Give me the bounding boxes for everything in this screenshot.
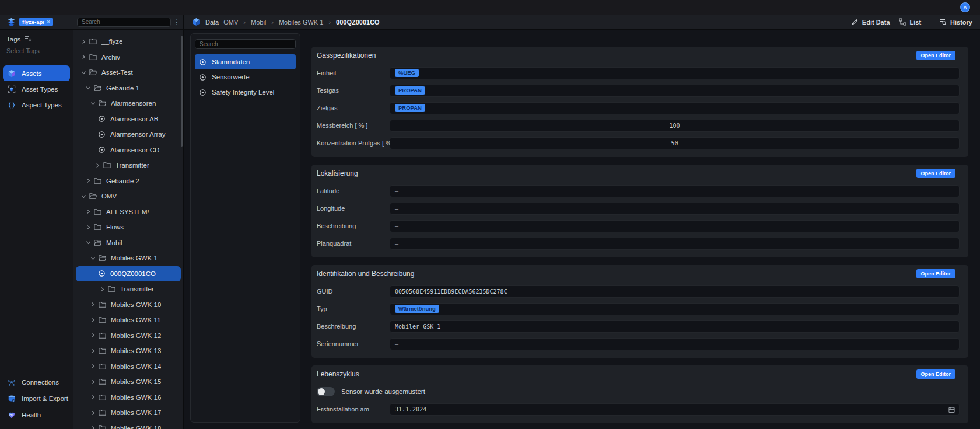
tree-item[interactable]: Asset-Test: [74, 65, 183, 81]
field-input[interactable]: 50: [390, 137, 960, 149]
open-editor-button[interactable]: Open Editor: [916, 169, 956, 178]
chevron-right-icon[interactable]: [86, 178, 94, 183]
open-editor-button[interactable]: Open Editor: [916, 51, 956, 60]
tree-item[interactable]: OMV: [74, 189, 183, 204]
tree-search-input[interactable]: [77, 18, 171, 27]
tree-item[interactable]: Mobiles GWK 16: [74, 390, 183, 406]
value-chip: PROPAN: [395, 104, 425, 113]
chevron-down-icon[interactable]: [81, 70, 89, 75]
field-input[interactable]: PROPAN: [390, 85, 960, 97]
chevron-right-icon[interactable]: [90, 425, 99, 429]
tree-item[interactable]: Archiv: [74, 50, 183, 65]
workspace-chip[interactable]: flyze-api ×: [19, 18, 53, 26]
sidebar-item-aspect-types[interactable]: Aspect Types: [3, 97, 70, 113]
field-input[interactable]: –: [390, 185, 960, 197]
field-input[interactable]: 0050568E45911EDB9ECDA56235DC278C: [390, 285, 960, 298]
chevron-right-icon[interactable]: [90, 333, 99, 338]
aspect-item[interactable]: Sensorwerte: [195, 69, 296, 85]
tree-item-label: Alarmsensor Array: [110, 131, 166, 138]
app-logo-icon: [6, 18, 16, 27]
field-label: Seriennummer: [317, 340, 390, 347]
select-tags[interactable]: Select Tags: [0, 43, 73, 61]
field-input[interactable]: –: [390, 220, 960, 232]
chevron-down-icon[interactable]: [90, 256, 99, 261]
chevron-right-icon[interactable]: [86, 225, 94, 230]
tree-item[interactable]: Transmitter: [74, 158, 183, 173]
edit-data-button[interactable]: Edit Data: [852, 19, 890, 26]
tree-item[interactable]: Alarmsensor CD: [74, 142, 183, 158]
tree-item[interactable]: Mobiles GWK 15: [74, 374, 183, 390]
app-header-bar: flyze-api × ⋮ Data OMV › Mobil › Mobiles…: [0, 15, 980, 30]
history-button[interactable]: History: [939, 18, 972, 26]
tree-item[interactable]: Mobiles GWK 10: [74, 297, 183, 313]
tag-filter-icon[interactable]: [24, 36, 32, 43]
chevron-right-icon[interactable]: [86, 209, 94, 214]
sidebar-item-asset-types[interactable]: Asset Types: [3, 81, 70, 97]
chevron-down-icon[interactable]: [90, 101, 99, 106]
tree-item[interactable]: Mobiles GWK 1: [74, 250, 183, 266]
breadcrumb-item[interactable]: Mobil: [251, 19, 266, 26]
field-input[interactable]: –: [390, 238, 960, 250]
open-editor-button[interactable]: Open Editor: [916, 269, 956, 278]
sidebar-item-connections[interactable]: Connections: [3, 374, 70, 390]
field-input[interactable]: PROPAN: [390, 102, 960, 114]
tree-item[interactable]: __flyze: [74, 34, 183, 50]
chevron-down-icon[interactable]: [86, 240, 94, 245]
open-editor-button[interactable]: Open Editor: [916, 369, 956, 379]
chevron-right-icon[interactable]: [90, 395, 99, 400]
field-input[interactable]: %UEG: [390, 67, 960, 79]
tree-item[interactable]: Flows: [74, 219, 183, 235]
tree-item[interactable]: Mobiles GWK 18: [74, 421, 183, 429]
field-input[interactable]: –: [390, 338, 960, 350]
tree-item[interactable]: Mobiles GWK 14: [74, 359, 183, 375]
tree-item[interactable]: Alarmsensor Array: [74, 127, 183, 142]
breadcrumb-item[interactable]: Mobiles GWK 1: [279, 19, 323, 26]
sidebar-item-import-export[interactable]: Import & Export: [3, 390, 70, 407]
tree-scrollbar[interactable]: [181, 36, 183, 147]
sidebar-item-health[interactable]: Health: [3, 407, 70, 423]
tree-item[interactable]: 000QZ0001CO: [76, 266, 181, 282]
field-input[interactable]: 31.1.2024: [390, 403, 960, 416]
aspect-item[interactable]: Safety Integrity Level: [195, 85, 296, 100]
field-input[interactable]: 100: [390, 120, 960, 132]
tree-item[interactable]: Mobiles GWK 12: [74, 328, 183, 344]
chevron-right-icon[interactable]: [90, 379, 99, 385]
breadcrumb-item[interactable]: OMV: [223, 19, 238, 26]
tree-item[interactable]: Mobiles GWK 11: [74, 312, 183, 328]
retired-toggle[interactable]: [317, 387, 335, 396]
tree-item-label: Transmitter: [120, 285, 154, 292]
chevron-right-icon[interactable]: [81, 39, 89, 44]
chevron-right-icon[interactable]: [90, 318, 99, 323]
list-view-button[interactable]: List: [899, 18, 922, 26]
tree-item[interactable]: Mobiles GWK 17: [74, 405, 183, 421]
chevron-down-icon[interactable]: [86, 85, 94, 90]
sidebar-item-assets[interactable]: Assets: [3, 65, 70, 81]
chevron-right-icon[interactable]: [90, 364, 99, 369]
tree-item[interactable]: ALT SYSTEM!: [74, 204, 183, 220]
remove-workspace-icon[interactable]: ×: [47, 19, 50, 25]
chevron-right-icon[interactable]: [95, 163, 103, 168]
kebab-menu-icon[interactable]: ⋮: [173, 19, 181, 26]
chevron-right-icon[interactable]: [81, 54, 89, 60]
tree-item[interactable]: Alarmsensoren: [74, 96, 183, 111]
chevron-right-icon[interactable]: [90, 302, 99, 307]
chevron-right-icon[interactable]: [90, 348, 99, 354]
tree-item[interactable]: Mobiles GWK 13: [74, 343, 183, 359]
chevron-right-icon[interactable]: [100, 287, 108, 292]
tree-item[interactable]: Gebäude 2: [74, 173, 183, 189]
breadcrumb-root[interactable]: Data: [205, 19, 219, 26]
chevron-down-icon[interactable]: [81, 194, 89, 199]
tree-item[interactable]: Mobil: [74, 235, 183, 251]
aspect-search-input[interactable]: [195, 39, 296, 49]
field-input[interactable]: Mobiler GSK 1: [390, 320, 960, 333]
chevron-right-icon[interactable]: [90, 410, 99, 416]
user-avatar[interactable]: A: [960, 2, 970, 12]
tree-item[interactable]: Transmitter: [74, 281, 183, 297]
field-input[interactable]: Wärmetönung: [390, 303, 960, 315]
tree-item[interactable]: Gebäude 1: [74, 81, 183, 96]
calendar-icon[interactable]: [949, 406, 955, 414]
tree-item-label: Alarmsensor CD: [110, 147, 159, 154]
tree-item[interactable]: Alarmsensor AB: [74, 111, 183, 127]
field-input[interactable]: –: [390, 203, 960, 215]
aspect-item[interactable]: Stammdaten: [195, 54, 296, 69]
